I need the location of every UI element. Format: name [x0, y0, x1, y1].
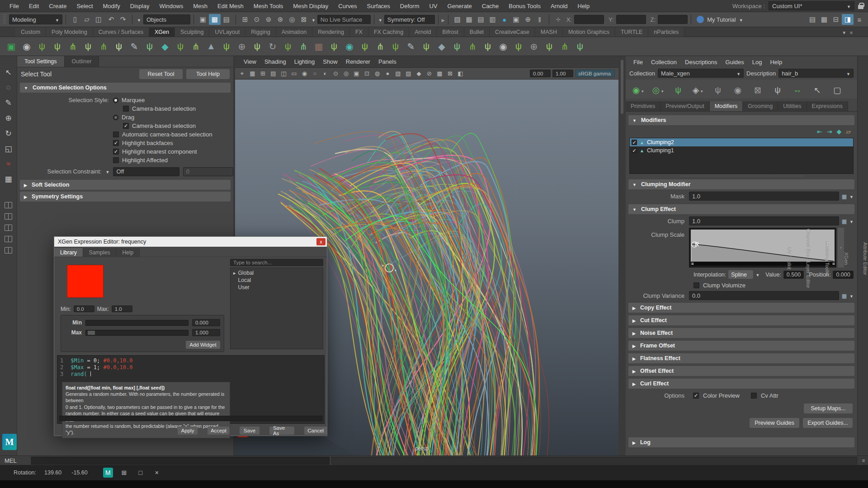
shelf-icon[interactable]: ψ	[250, 39, 265, 54]
shelf-tab[interactable]: Bifrost	[437, 28, 464, 37]
max-field[interactable]: 1.0	[112, 305, 132, 312]
xgen-tab[interactable]: Grooming	[743, 101, 778, 111]
shelf-icon[interactable]: ψ	[326, 39, 342, 54]
symmetry-settings-header[interactable]: Symmetry Settings	[20, 192, 231, 202]
ramp-root-marker[interactable]: R	[695, 241, 699, 248]
exposure-field[interactable]: 0.00	[530, 70, 551, 77]
shelf-icon[interactable]: ψ	[280, 39, 296, 54]
clump-effect-header[interactable]: Clump Effect	[628, 204, 854, 214]
account-menu[interactable]: My Tutorial	[707, 16, 743, 23]
shelf-icon[interactable]: ⊕	[526, 39, 542, 54]
expression-color-swatch[interactable]	[67, 265, 104, 298]
viewport-toolbar-icon[interactable]: ⊞	[258, 69, 268, 79]
chevron-down-icon[interactable]	[849, 218, 854, 225]
radio-button[interactable]	[113, 157, 119, 163]
expression-code-editor[interactable]: 1 $Min = 0; #0.0,10.0 2 $Max = 1; #0.0,1…	[57, 355, 325, 424]
menu-item[interactable]: Select	[71, 3, 98, 9]
shelf-tab[interactable]: nParticles	[648, 28, 684, 37]
xgen-tool-icon[interactable]: ψ	[709, 82, 727, 98]
render-icon[interactable]: ▤	[475, 14, 487, 25]
shelf-tab[interactable]: Rigging	[245, 28, 276, 37]
slider-handle[interactable]	[88, 331, 95, 335]
ramp-expand-button[interactable]: ›	[838, 228, 844, 267]
shelf-icon[interactable]: ⋔	[296, 39, 311, 54]
menu-item[interactable]: Windows	[154, 3, 188, 9]
taskbar-icon[interactable]: ⊞	[119, 468, 129, 478]
toolbox-tool-icon[interactable]: ▦	[5, 174, 12, 184]
shelf-icon[interactable]: ψ	[50, 39, 65, 54]
selection-constraint-field[interactable]: Off	[113, 167, 179, 176]
shelf-icon[interactable]: ψ	[511, 39, 526, 54]
option-control[interactable]: Automatic camera-based selection	[113, 131, 212, 138]
viewport-toolbar-icon[interactable]: ⊙	[330, 69, 341, 79]
clumping-modifier-header[interactable]: Clumping Modifier	[628, 179, 854, 189]
shelf-tab[interactable]: XGen	[149, 28, 175, 37]
menu-item[interactable]: Bonus Tools	[504, 3, 546, 9]
snap-icon[interactable]: ⊙	[251, 14, 263, 25]
clump-scale-ramp[interactable]: R T ⊠ ⊠	[689, 228, 836, 267]
effect-section-header[interactable]: Frame Offset	[628, 341, 854, 351]
xgen-tool-icon[interactable]: ↖	[808, 82, 826, 98]
toolbar-grip[interactable]	[3, 14, 6, 25]
dock-tab-vertical[interactable]: UV Toolkit	[787, 247, 792, 269]
toolbox-tool-icon[interactable]: ◌	[6, 83, 10, 92]
viewport-toolbar-icon[interactable]: ▨	[403, 69, 414, 79]
max-slider-value-field[interactable]: 1.000	[192, 329, 220, 336]
xgen-menu-item[interactable]: Help	[766, 59, 786, 66]
description-selector[interactable]: hair_b	[778, 69, 854, 78]
dialog-titlebar[interactable]: XGen Expression Editor: frequency x	[54, 237, 327, 247]
shelf-icon[interactable]: ⋔	[188, 39, 203, 54]
shelf-tab[interactable]: Sculpting	[175, 28, 209, 37]
radio-button[interactable]	[113, 149, 119, 155]
dock-tab-vertical[interactable]: XGen	[844, 252, 849, 265]
dialog-button[interactable]: Save As	[269, 427, 295, 435]
max-slider[interactable]	[85, 330, 189, 336]
shelf-icon[interactable]: ψ	[219, 39, 234, 54]
coordinate-system-icon[interactable]: ⊹	[552, 14, 564, 25]
xgen-tool-icon[interactable]: ◉	[629, 82, 647, 98]
setup-maps-button[interactable]: Setup Maps...	[804, 404, 853, 413]
shelf-icon[interactable]: ◉	[342, 39, 357, 54]
chevron-down-icon[interactable]	[849, 193, 854, 200]
radio-button[interactable]	[123, 123, 129, 129]
option-control[interactable]: Camera-based selection	[123, 122, 196, 129]
soft-selection-header[interactable]: Soft Selection	[20, 180, 231, 190]
shelf-icon[interactable]: ψ	[34, 39, 50, 54]
render-icon[interactable]: ‖	[534, 14, 546, 25]
dialog-button[interactable]: Save	[240, 427, 259, 435]
clump-volumize-checkbox[interactable]	[693, 282, 699, 288]
modifier-stack-icon[interactable]: ⇥	[827, 128, 832, 135]
xgen-tab[interactable]: Primitives	[626, 101, 660, 111]
menu-item[interactable]: Generate	[443, 3, 477, 9]
preview-guides-button[interactable]: Preview Guides	[750, 418, 799, 428]
viewport-toolbar-icon[interactable]: ◐	[320, 69, 330, 79]
workspace-lock-icon[interactable]	[858, 5, 863, 9]
viewport-toolbar-icon[interactable]: ▩	[434, 69, 445, 79]
panel-tab[interactable]: Tool Settings	[17, 56, 65, 67]
option-control[interactable]: Marquee	[113, 97, 145, 103]
shelf-icon[interactable]: ψ	[357, 39, 373, 54]
shelf-tab[interactable]: Custom	[15, 28, 46, 37]
shelf-icon[interactable]: ψ	[142, 39, 157, 54]
viewport-toolbar-icon[interactable]: ◎	[341, 69, 351, 79]
snap-icon[interactable]: ⊞	[239, 14, 251, 25]
render-icon[interactable]: ▥	[487, 14, 499, 25]
shelf-tab[interactable]: MASH	[535, 28, 563, 37]
shelf-icon[interactable]: ◆	[157, 39, 173, 54]
menu-item[interactable]: Mesh Tools	[249, 3, 288, 9]
close-icon[interactable]: x	[316, 238, 326, 245]
toolbox-tool-icon[interactable]: ◱	[5, 144, 12, 154]
option-control[interactable]: Highlight Affected	[113, 157, 168, 164]
chevron-down-icon[interactable]	[378, 16, 382, 23]
modifier-enabled-checkbox[interactable]	[632, 148, 637, 153]
min-slider-value-field[interactable]: 0.000	[192, 319, 220, 326]
file-op-icon[interactable]: ◫	[93, 14, 104, 25]
shelf-icon[interactable]: ⋔	[96, 39, 111, 54]
ramp-key-icon[interactable]: ⊠	[832, 262, 835, 266]
viewport-menu-item[interactable]: Show	[319, 58, 342, 65]
cv-attr-checkbox[interactable]	[751, 393, 757, 399]
tree-item[interactable]: Global	[231, 269, 323, 277]
tree-expand-icon[interactable]	[233, 270, 236, 276]
effect-section-header[interactable]: Curl Effect	[628, 379, 854, 389]
sidebar-toggle-icon[interactable]: ◨	[842, 14, 854, 25]
